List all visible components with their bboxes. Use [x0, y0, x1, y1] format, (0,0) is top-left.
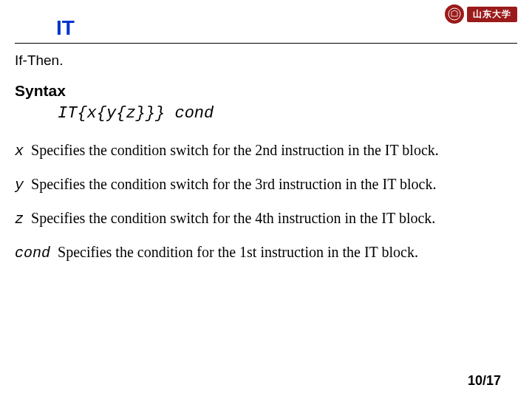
seal-icon	[445, 4, 464, 24]
param-desc: Specifies the condition switch for the 3…	[31, 176, 436, 192]
param-symbol: z	[15, 211, 24, 228]
page-total: 17	[486, 373, 501, 388]
page-number: 10/17	[468, 373, 501, 389]
param-desc: Specifies the condition switch for the 2…	[31, 142, 439, 158]
slide: 山东大学 IT If-Then. Syntax IT{x{y{z}}} cond…	[0, 0, 532, 399]
logo-text: 山东大学	[467, 7, 517, 22]
title-divider	[15, 43, 517, 44]
param-symbol: x	[15, 143, 24, 160]
param-cond: cond Specifies the condition for the 1st…	[15, 242, 517, 263]
svg-point-0	[449, 8, 460, 20]
page-current: 10	[468, 373, 482, 388]
param-x: x Specifies the condition switch for the…	[15, 140, 517, 161]
param-desc: Specifies the condition for the 1st inst…	[58, 244, 418, 260]
param-desc: Specifies the condition switch for the 4…	[31, 210, 435, 226]
syntax-code: IT{x{y{z}}} cond	[58, 104, 517, 123]
subtitle: If-Then.	[15, 52, 517, 69]
param-symbol: y	[15, 177, 24, 194]
syntax-heading: Syntax	[15, 82, 517, 100]
param-list: x Specifies the condition switch for the…	[15, 140, 517, 263]
param-symbol: cond	[15, 245, 50, 262]
university-logo: 山东大学	[445, 4, 517, 24]
param-z: z Specifies the condition switch for the…	[15, 208, 517, 229]
param-y: y Specifies the condition switch for the…	[15, 174, 517, 195]
